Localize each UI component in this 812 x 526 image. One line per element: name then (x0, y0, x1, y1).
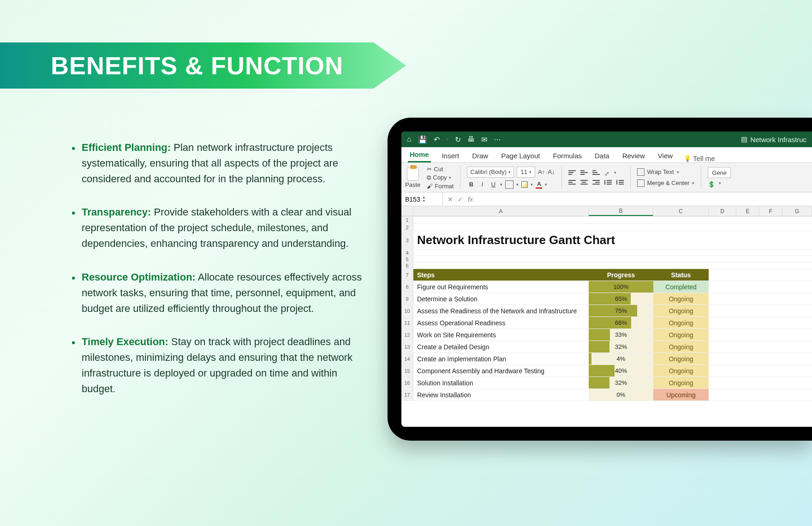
align-center-icon[interactable] (580, 180, 588, 185)
wrap-label: Wrap Text (647, 168, 674, 175)
tab-draw[interactable]: Draw (470, 149, 490, 162)
paste-button[interactable]: Paste (405, 167, 420, 188)
fill-color-button[interactable] (521, 181, 528, 188)
save-icon[interactable]: 💾 (418, 135, 427, 144)
wrap-icon (637, 168, 645, 176)
step-cell: Solution Installation (413, 377, 589, 389)
number-format-select[interactable]: Gene (708, 167, 731, 178)
tab-formulas[interactable]: Formulas (551, 149, 584, 162)
wrap-text-button[interactable]: Wrap Text▾ (637, 168, 695, 176)
font-color-button[interactable]: A (536, 180, 542, 189)
table-row[interactable]: 11Assess Operational Readiness66%Ongoing (401, 317, 812, 329)
tab-view[interactable]: View (656, 149, 675, 162)
col-header[interactable]: G (782, 206, 812, 216)
status-cell: Ongoing (653, 293, 709, 305)
filename: ▤ Network Infrastruc (741, 135, 806, 143)
align-left-icon[interactable] (568, 180, 576, 185)
status-cell: Ongoing (653, 353, 709, 365)
table-row[interactable]: 17Review Installation0%Upcoming (401, 389, 812, 401)
table-row[interactable]: 9Determine a Solution65%Ongoing (401, 293, 812, 305)
bold-button[interactable]: B (467, 181, 475, 188)
excel-screen: ⌂ 💾 ↶ ▾ ↻ 🖶 ✉ ⋯ ▤ Network Infrastruc Hom… (401, 132, 812, 427)
align-top-icon[interactable] (568, 170, 576, 177)
decrease-font-icon[interactable]: A↓ (548, 168, 555, 175)
copy-label: Copy (433, 174, 447, 181)
cut-label: Cut (434, 166, 443, 173)
tab-data[interactable]: Data (593, 149, 611, 162)
paste-label: Paste (405, 181, 420, 188)
col-header[interactable]: A (413, 206, 589, 216)
home-icon[interactable]: ⌂ (407, 135, 412, 143)
merge-center-button[interactable]: Merge & Center▾ (637, 179, 695, 187)
align-right-icon[interactable] (592, 180, 600, 185)
progress-cell: 32% (589, 377, 653, 389)
orientation-icon[interactable]: ⤢ (604, 170, 609, 177)
increase-indent-icon[interactable] (616, 180, 624, 185)
name-box[interactable]: B153 ▲▼ (401, 192, 443, 206)
step-cell: Review Installation (413, 389, 589, 400)
more-icon[interactable]: ⋯ (494, 135, 501, 144)
table-row[interactable]: 8Figure out Requirements100%Completed (401, 281, 812, 293)
clipboard-icon (407, 167, 419, 181)
progress-cell: 65% (589, 293, 653, 305)
tab-review[interactable]: Review (621, 149, 647, 162)
tell-me[interactable]: 💡 Tell me (684, 155, 715, 162)
italic-button[interactable]: I (478, 181, 486, 188)
font-family-select[interactable]: Calibri (Body)▾ (467, 167, 514, 178)
mail-icon[interactable]: ✉ (481, 135, 487, 144)
enter-icon[interactable]: ✓ (458, 196, 463, 203)
decrease-indent-icon[interactable] (604, 180, 612, 185)
table-row[interactable]: 16Solution Installation32%Ongoing (401, 377, 812, 389)
col-header[interactable]: F (759, 206, 782, 216)
alignment-group: ⤢▾ (568, 170, 624, 185)
tab-insert[interactable]: Insert (440, 149, 461, 162)
status-cell: Ongoing (653, 377, 709, 389)
table-row[interactable]: 12Work on Site Requirements33%Ongoing (401, 329, 812, 341)
status-cell: Ongoing (653, 341, 709, 353)
col-header[interactable]: C (653, 206, 709, 216)
ribbon: Paste ✂Cut ⧉Copy▾ 🖌Format Calibri (Body)… (401, 163, 812, 192)
table-row[interactable]: 14Create an Implementation Plan4%Ongoing (401, 353, 812, 365)
tab-home[interactable]: Home (408, 148, 431, 162)
step-cell: Determine a Solution (413, 293, 589, 305)
fx-icon[interactable]: fx (468, 196, 473, 203)
print-icon[interactable]: 🖶 (467, 135, 475, 143)
borders-button[interactable] (505, 180, 513, 189)
bulb-icon: 💡 (684, 155, 691, 162)
col-header[interactable]: D (709, 206, 736, 216)
column-headers: A B C D E F G (401, 206, 812, 216)
benefit-title: Efficient Planning: (82, 142, 171, 153)
font-size-select[interactable]: 11▾ (517, 167, 535, 178)
cancel-icon[interactable]: ✕ (448, 196, 453, 203)
cut-button[interactable]: ✂Cut (427, 166, 454, 173)
table-row[interactable]: 13Create a Detailed Design32%Ongoing (401, 341, 812, 353)
align-bottom-icon[interactable] (592, 170, 600, 177)
format-painter-button[interactable]: 🖌Format (427, 183, 454, 190)
worksheet[interactable]: 1 2 3Network Infrastructure Gantt Chart … (401, 216, 812, 427)
table-row[interactable]: 10Assess the Readiness of the Network an… (401, 305, 812, 317)
progress-cell: 75% (589, 305, 653, 317)
tab-page-layout[interactable]: Page Layout (499, 149, 542, 162)
table-header-steps: Steps (413, 269, 589, 281)
page-title: BENEFITS & FUNCTION (51, 51, 343, 80)
ribbon-tabs: HomeInsertDrawPage LayoutFormulasDataRev… (401, 147, 812, 163)
copy-button[interactable]: ⧉Copy▾ (427, 174, 454, 181)
progress-cell: 33% (589, 329, 653, 341)
redo-icon[interactable]: ↻ (455, 135, 461, 144)
benefit-title: Timely Execution: (82, 336, 168, 347)
header-banner: BENEFITS & FUNCTION (0, 42, 406, 89)
tell-me-label: Tell me (693, 155, 715, 162)
col-header[interactable]: E (736, 206, 759, 216)
table-row[interactable]: 15Component Assembly and Hardware Testin… (401, 365, 812, 377)
select-all-cell[interactable] (401, 206, 413, 216)
number-format-label: Gene (712, 169, 727, 176)
undo-caret-icon[interactable]: ▾ (446, 137, 448, 142)
progress-cell: 0% (589, 389, 653, 400)
increase-font-icon[interactable]: A↑ (538, 168, 545, 175)
currency-icon[interactable]: 💲 (708, 181, 715, 188)
col-header[interactable]: B (589, 206, 653, 216)
undo-icon[interactable]: ↶ (434, 135, 440, 144)
underline-button[interactable]: U (489, 181, 497, 188)
progress-cell: 40% (589, 365, 653, 377)
align-middle-icon[interactable] (580, 170, 588, 177)
